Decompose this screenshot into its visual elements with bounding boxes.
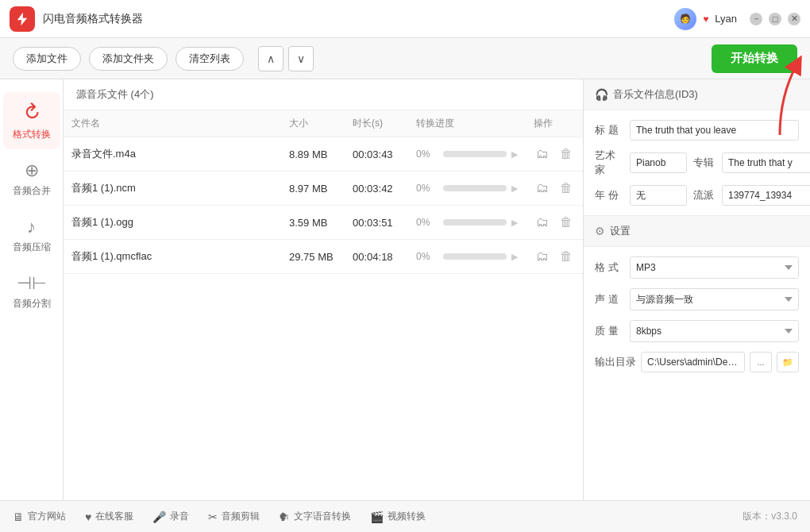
headphone-icon: 🎧: [595, 88, 608, 101]
nav-up-button[interactable]: ∧: [258, 46, 284, 71]
toolbar: 添加文件 添加文件夹 清空列表 ∧ ∨ 开始转换: [0, 38, 810, 79]
channel-label: 声 道: [595, 292, 623, 306]
heart-icon: ♥: [703, 13, 708, 25]
support-icon: ♥: [85, 511, 91, 523]
sidebar-label-compress: 音频压缩: [13, 241, 51, 254]
title-bar: 闪电音频格式转换器 🧑 ♥ Lyan － □ ✕: [0, 0, 810, 38]
split-icon: ⊣⊢: [17, 273, 47, 294]
file-delete-button[interactable]: 🗑: [557, 248, 575, 265]
sidebar-label-split: 音频分割: [13, 297, 51, 310]
add-file-button[interactable]: 添加文件: [13, 47, 81, 71]
table-row: 音频1 (1).qmcflac 29.75 MB 00:04:18 0% ▶ 🗂…: [64, 240, 583, 274]
file-delete-button[interactable]: 🗑: [557, 145, 575, 163]
footer-video[interactable]: 🎬 视频转换: [370, 510, 426, 523]
file-delete-button[interactable]: 🗑: [557, 179, 575, 197]
progress-arrow: ▶: [511, 218, 518, 228]
video-icon: 🎬: [370, 511, 384, 523]
nav-down-button[interactable]: ∨: [288, 46, 314, 71]
format-label: 格 式: [595, 260, 623, 275]
channel-row: 声 道 与源音频一致单声道立体声: [595, 288, 799, 310]
file-folder-button[interactable]: 🗂: [534, 145, 551, 163]
progress-arrow: ▶: [511, 149, 518, 160]
progress-bar-bg: [443, 151, 507, 157]
window-controls: － □ ✕: [750, 13, 800, 25]
sidebar-item-format[interactable]: ↻ 格式转换: [3, 92, 60, 149]
channel-select[interactable]: 与源音频一致单声道立体声: [630, 288, 799, 310]
footer-video-label: 视频转换: [388, 510, 426, 523]
main-area: ↻ 格式转换 ⊕ 音频合并 ♪ 音频压缩 ⊣⊢ 音频分割 源音乐文件 (4个): [0, 79, 810, 500]
format-select[interactable]: MP3AACFLACWAVOGGM4A: [630, 256, 799, 279]
close-button[interactable]: ✕: [788, 13, 800, 25]
maximize-button[interactable]: □: [769, 13, 781, 25]
year-label: 年 份: [595, 188, 623, 202]
footer-tts-label: 文字语音转换: [294, 510, 351, 523]
music-info-header: 🎧 音乐文件信息(ID3): [584, 79, 810, 110]
sidebar-item-merge[interactable]: ⊕ 音频合并: [3, 152, 60, 206]
settings-header: ⚙ 设置: [584, 216, 810, 247]
app-icon: [10, 6, 35, 32]
settings-grid: 格 式 MP3AACFLACWAVOGGM4A 声 道 与源音频一致单声道立体声…: [584, 247, 810, 382]
genre-input[interactable]: [722, 185, 810, 206]
format-icon: ↻: [17, 98, 46, 127]
year-input[interactable]: [630, 185, 687, 206]
table-row: 音频1 (1).ncm 8.97 MB 00:03:42 0% ▶ 🗂 🗑: [64, 172, 583, 206]
file-folder-button[interactable]: 🗂: [534, 248, 551, 265]
footer-record[interactable]: 🎤 录音: [152, 510, 189, 523]
cell-filename: 音频1 (1).qmcflac: [64, 240, 281, 274]
col-action: 操作: [526, 110, 583, 137]
right-panel: 🎧 音乐文件信息(ID3) 标 题 艺术家 专辑 年 份 流派: [584, 79, 810, 500]
settings-section: ⚙ 设置 格 式 MP3AACFLACWAVOGGM4A 声 道 与源音频一致单…: [584, 215, 810, 382]
title-input[interactable]: [630, 120, 799, 141]
footer-tts[interactable]: 🗣 文字语音转换: [279, 510, 351, 523]
footer: 🖥 官方网站 ♥ 在线客服 🎤 录音 ✂ 音频剪辑 🗣 文字语音转换 🎬 视频转…: [0, 500, 810, 532]
website-icon: 🖥: [13, 511, 24, 523]
progress-text: 0%: [416, 148, 438, 160]
browse-button[interactable]: ...: [750, 352, 772, 372]
record-icon: 🎤: [152, 511, 166, 523]
cell-actions: 🗂 🗑: [526, 206, 583, 240]
gear-icon: ⚙: [595, 225, 605, 237]
footer-website-label: 官方网站: [28, 510, 66, 523]
file-delete-button[interactable]: 🗑: [557, 214, 575, 231]
cell-actions: 🗂 🗑: [526, 240, 583, 274]
sidebar-item-split[interactable]: ⊣⊢ 音频分割: [3, 265, 60, 318]
output-row: 输出目录 ... 📁: [595, 352, 799, 372]
add-folder-button[interactable]: 添加文件夹: [89, 47, 168, 71]
music-info-title: 音乐文件信息(ID3): [613, 87, 698, 102]
start-convert-button[interactable]: 开始转换: [712, 44, 797, 73]
progress-arrow: ▶: [511, 252, 518, 262]
cell-actions: 🗂 🗑: [526, 137, 583, 172]
footer-website[interactable]: 🖥 官方网站: [13, 510, 66, 523]
col-progress: 转换进度: [408, 110, 526, 137]
title-label: 标 题: [595, 123, 623, 137]
artist-input[interactable]: [630, 152, 687, 173]
col-size: 大小: [281, 110, 345, 137]
cell-filename: 音频1 (1).ncm: [64, 172, 281, 206]
artist-label: 艺术家: [595, 148, 623, 177]
genre-label: 流派: [693, 188, 716, 202]
cell-duration: 00:04:18: [345, 240, 408, 274]
lightning-icon: [14, 11, 30, 27]
clear-list-button[interactable]: 清空列表: [176, 47, 244, 71]
file-folder-button[interactable]: 🗂: [534, 214, 551, 231]
app-title: 闪电音频格式转换器: [43, 12, 674, 26]
progress-bar-bg: [443, 253, 507, 260]
user-area: 🧑 ♥ Lyan: [674, 8, 737, 30]
album-input[interactable]: [722, 152, 810, 173]
compress-icon: ♪: [27, 217, 36, 237]
table-row: 音频1 (1).ogg 3.59 MB 00:03:51 0% ▶ 🗂 🗑: [64, 206, 583, 240]
open-folder-button[interactable]: 📁: [777, 352, 799, 372]
output-path-input[interactable]: [641, 352, 745, 372]
cell-duration: 00:03:51: [345, 206, 408, 240]
minimize-button[interactable]: －: [750, 13, 762, 25]
footer-support[interactable]: ♥ 在线客服: [85, 510, 133, 523]
col-filename: 文件名: [64, 110, 281, 137]
footer-audio-cut[interactable]: ✂ 音频剪辑: [208, 510, 260, 523]
file-folder-button[interactable]: 🗂: [534, 179, 551, 197]
nav-buttons: ∧ ∨: [258, 46, 314, 71]
file-panel: 源音乐文件 (4个) 文件名 大小 时长(s) 转换进度 操作 录音文件.m4a…: [64, 79, 584, 500]
cell-progress: 0% ▶: [408, 240, 526, 274]
quality-select[interactable]: 8kbps16kbps32kbps64kbps128kbps192kbps320…: [630, 320, 799, 342]
progress-arrow: ▶: [511, 183, 518, 194]
sidebar-item-compress[interactable]: ♪ 音频压缩: [3, 209, 60, 262]
